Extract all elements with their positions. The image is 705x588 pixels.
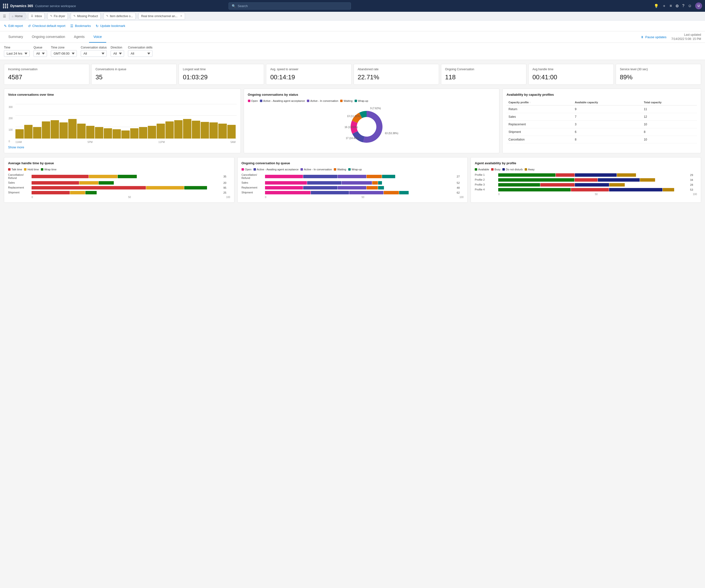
edit-report-button[interactable]: ✎ Edit report (4, 24, 23, 28)
last-updated: Last updated 7/14/2022 5:08: 15 PM (671, 33, 701, 41)
pause-icon: ⏸ (641, 35, 644, 39)
kpi-value: 01:03:29 (183, 74, 260, 81)
donut-label: 9 (7.62%) (370, 107, 381, 110)
capacity-table-scroll[interactable]: Capacity profile ↑ Available capacity To… (507, 99, 697, 143)
settings-icon[interactable]: ⚙ (675, 4, 679, 8)
tab-missing-product[interactable]: ✎ Missing Product (71, 13, 101, 19)
waffle-icon[interactable] (3, 4, 8, 8)
hbar-label: Profile 1 (475, 173, 497, 177)
bar (157, 124, 165, 139)
pause-updates-button[interactable]: ⏸ Pause updates (641, 35, 667, 39)
hamburger-icon[interactable]: ☰ (2, 13, 7, 19)
col-header-total: Total capacity (642, 99, 697, 105)
search-input[interactable] (238, 4, 348, 8)
axis-label: 0 (265, 196, 267, 198)
tab-voice[interactable]: Voice (89, 31, 106, 43)
tab-close-icon[interactable]: ✕ (180, 14, 182, 17)
top-navigation: Dynamics 365 Customer service workspace … (0, 0, 705, 12)
search-bar[interactable]: 🔍 (229, 2, 351, 9)
hbar-label: Shipment (241, 191, 264, 194)
queue-filter: Queue All (34, 46, 47, 57)
legend-item: Waiting (334, 168, 346, 171)
checkout-default-button[interactable]: ↺ Checkout default report (28, 24, 65, 28)
legend-item: Wrap-up (348, 168, 362, 171)
hbar-value: 52 (457, 181, 464, 184)
hold-seg (146, 186, 184, 189)
legend-label: Hold time (28, 168, 39, 171)
avatar[interactable]: U (695, 2, 702, 9)
tab-item-defective[interactable]: ✎ Item defective o... (103, 13, 136, 19)
ongoing-by-status-title: Ongoing conversations by status (248, 93, 495, 96)
tab-inbox[interactable]: ☰ Inbox (28, 13, 45, 19)
kpi-card: Service level (30 sec) 89% (616, 64, 701, 85)
chart-y-label: 200 (9, 117, 13, 120)
legend-label: Waiting (337, 168, 346, 171)
time-filter-select[interactable]: Last 24 hrs (4, 50, 30, 57)
axis-label: 100 (693, 193, 697, 195)
talk-seg (32, 186, 146, 189)
bar (122, 131, 130, 139)
smiley-icon[interactable]: ☺ (688, 4, 692, 8)
kpi-value: 35 (95, 74, 173, 81)
update-bookmark-button[interactable]: ↻ Update bookmark (96, 24, 125, 28)
avg-handle-legend: Talk time Hold time Wrap time (8, 168, 230, 171)
help-icon[interactable]: ? (682, 4, 685, 8)
cell-profile: Shipment (507, 128, 573, 136)
legend-label: Open (245, 168, 251, 171)
hbar-value: 29 (690, 174, 697, 177)
hold-seg (89, 175, 117, 178)
hbar-label: Profile 2 (475, 178, 497, 181)
donut-label: 17 (14.40%) (346, 137, 359, 140)
agent-avail-chart: Profile 1 29 Profile 2 34 Profile 3 28 P… (475, 173, 697, 195)
legend-item: Wrap time (41, 168, 56, 171)
tab-fix-dryer[interactable]: ✎ Fix dryer (47, 13, 68, 19)
tab-summary[interactable]: Summary (4, 31, 28, 43)
voice-over-time-chart: 010020030011AM5PM11PM5AM (8, 99, 237, 143)
tab-item-defective-label: Item defective o... (110, 14, 133, 18)
hbar-label: Cancellation/ Refund (241, 173, 264, 180)
profile-seg (663, 188, 674, 191)
hbar-axis: 050100 (475, 193, 697, 195)
bookmark-icon: ☰ (70, 24, 74, 28)
legend-color (41, 168, 43, 171)
menu-icon[interactable]: ≡ (669, 4, 672, 8)
legend-label: Active - In conversation (310, 99, 338, 102)
profile-seg (498, 173, 555, 177)
queue-filter-select[interactable]: All (34, 50, 47, 57)
kpi-card: Ongoing Conversation 118 (441, 64, 526, 85)
tab-inbox-label: Inbox (35, 14, 42, 18)
donut-label: 63 (53.38%) (385, 132, 398, 135)
legend-label: Busy (495, 168, 501, 171)
profile-seg (575, 183, 609, 186)
bookmarks-button[interactable]: ☰ Bookmarks (70, 24, 91, 28)
lightbulb-icon[interactable]: 💡 (654, 4, 659, 8)
app-brand: Dynamics 365 Customer service workspace (3, 4, 76, 8)
hold-seg (70, 191, 85, 194)
conversation-skills-select[interactable]: All (128, 50, 152, 57)
queue-seg (384, 191, 399, 194)
kpi-value: 89% (620, 74, 697, 81)
tab-ongoing-conversation[interactable]: Ongoing conversation (28, 31, 69, 43)
tab-home[interactable]: ⌂ Home (9, 13, 26, 19)
hbar-label: Shipment (8, 191, 30, 194)
hbar-row: Profile 1 29 (475, 173, 697, 177)
show-more-button[interactable]: Show more (8, 145, 24, 149)
agent-availability-card: Agent availability by profile Available … (471, 157, 701, 203)
legend-label: Waiting (343, 99, 352, 102)
add-icon[interactable]: ＋ (662, 3, 666, 9)
cell-total: 10 (642, 121, 697, 128)
dynamics-logo: Dynamics 365 (10, 4, 33, 8)
kpi-label: Avg. speed to answer (270, 67, 347, 72)
table-row: Cancellation 8 10 (507, 136, 697, 143)
timezone-filter-select[interactable]: GMT-08:00 (51, 50, 77, 57)
edit-icon-3: ✎ (106, 14, 108, 17)
bookmarks-label: Bookmarks (75, 24, 91, 28)
tab-agents[interactable]: Agents (69, 31, 89, 43)
queue-seg (338, 186, 366, 189)
hbar-value: 48 (457, 186, 464, 189)
direction-filter-select[interactable]: All (110, 50, 124, 57)
conversation-status-select[interactable]: All (81, 50, 107, 57)
tab-realtime[interactable]: Real time omnichannel an... ✕ (139, 13, 185, 19)
capacity-table: Capacity profile ↑ Available capacity To… (507, 99, 697, 143)
nav-icons: 💡 ＋ ≡ ⚙ ? ☺ U (654, 2, 702, 9)
